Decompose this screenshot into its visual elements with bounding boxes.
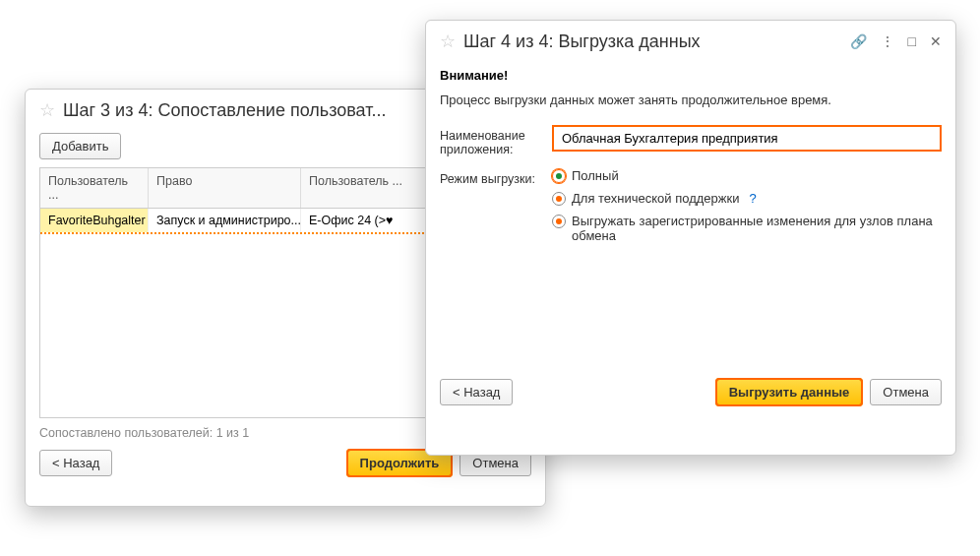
export-button[interactable]: Выгрузить данные <box>716 379 863 405</box>
add-button[interactable]: Добавить <box>39 133 121 159</box>
col-right[interactable]: Право <box>149 168 301 208</box>
radio-icon <box>552 192 566 206</box>
radio-icon <box>552 215 566 228</box>
star-icon[interactable]: ☆ <box>440 31 456 52</box>
back-button[interactable]: < Назад <box>39 450 112 476</box>
warning-text: Процесс выгрузки данных может занять про… <box>440 93 942 107</box>
radio-tech-label: Для технической поддержки <box>572 191 739 206</box>
maximize-icon[interactable]: □ <box>908 33 916 49</box>
cancel-button[interactable]: Отмена <box>870 379 942 405</box>
radio-nodes-label: Выгружать зарегистрированные изменения д… <box>572 214 942 243</box>
radio-tech[interactable]: Для технической поддержки ? <box>552 191 942 206</box>
step4-window: ☆ Шаг 4 из 4: Выгрузка данных 🔗 ⋮ □ ✕ Вн… <box>425 20 956 456</box>
app-name-input[interactable]: Облачная Бухгалтерия предприятия <box>552 125 942 152</box>
cell-right[interactable]: Запуск и администриро... <box>149 209 301 232</box>
star-icon[interactable]: ☆ <box>39 99 55 121</box>
close-icon[interactable]: ✕ <box>930 33 942 49</box>
back-button[interactable]: < Назад <box>440 379 513 405</box>
help-icon[interactable]: ? <box>749 191 756 206</box>
col-user[interactable]: Пользователь ... <box>40 168 149 208</box>
step4-title: Шаг 4 из 4: Выгрузка данных <box>463 31 850 52</box>
cell-user[interactable]: FavoriteBuhgalter <box>40 209 149 232</box>
export-mode-label: Режим выгрузки: <box>440 168 546 186</box>
app-name-label: Наименование приложения: <box>440 125 546 156</box>
menu-icon[interactable]: ⋮ <box>881 33 894 49</box>
link-icon[interactable]: 🔗 <box>850 33 867 49</box>
radio-icon <box>552 169 566 183</box>
warning-title: Внимание! <box>440 68 942 83</box>
step4-titlebar: ☆ Шаг 4 из 4: Выгрузка данных 🔗 ⋮ □ ✕ <box>426 21 955 60</box>
radio-full-label: Полный <box>572 168 619 183</box>
radio-full[interactable]: Полный <box>552 168 942 183</box>
radio-nodes[interactable]: Выгружать зарегистрированные изменения д… <box>552 214 942 243</box>
